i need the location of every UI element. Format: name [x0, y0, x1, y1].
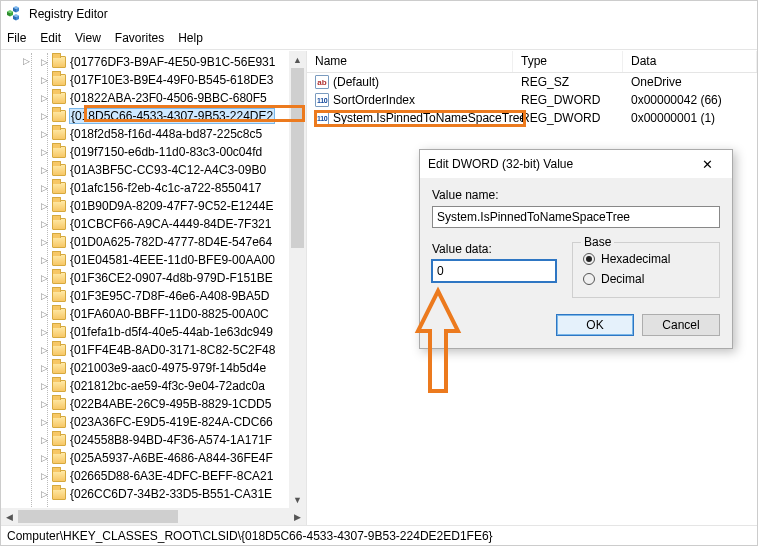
- chevron-right-icon[interactable]: [39, 435, 50, 446]
- chevron-right-icon[interactable]: [39, 57, 50, 68]
- menu-view[interactable]: View: [75, 31, 101, 45]
- tree-item[interactable]: {018f2d58-f16d-448a-bd87-225c8c5: [35, 125, 306, 143]
- tree-guide-line: [31, 53, 32, 525]
- chevron-right-icon[interactable]: [39, 111, 50, 122]
- window-title: Registry Editor: [29, 7, 108, 21]
- tree-item[interactable]: {01B90D9A-8209-47F7-9C52-E1244E: [35, 197, 306, 215]
- menu-edit[interactable]: Edit: [40, 31, 61, 45]
- tree-item[interactable]: {018D5C66-4533-4307-9B53-224DE2: [35, 107, 306, 125]
- chevron-right-icon[interactable]: [39, 399, 50, 410]
- chevron-right-icon[interactable]: [39, 201, 50, 212]
- value-name-field[interactable]: [432, 206, 720, 228]
- tree-item[interactable]: {017F10E3-B9E4-49F0-B545-618DE3: [35, 71, 306, 89]
- chevron-right-icon[interactable]: [39, 129, 50, 140]
- tree-item[interactable]: {01E04581-4EEE-11d0-BFE9-00AA00: [35, 251, 306, 269]
- chevron-right-icon[interactable]: [39, 165, 50, 176]
- scroll-right-arrow-icon[interactable]: ▶: [289, 508, 306, 525]
- chevron-right-icon[interactable]: [39, 291, 50, 302]
- radio-hexadecimal[interactable]: Hexadecimal: [583, 249, 709, 269]
- tree-item[interactable]: {022B4ABE-26C9-495B-8829-1CDD5: [35, 395, 306, 413]
- radio-decimal[interactable]: Decimal: [583, 269, 709, 289]
- scroll-down-arrow-icon[interactable]: ▼: [289, 491, 306, 508]
- chevron-right-icon[interactable]: [39, 75, 50, 86]
- radio-icon: [583, 253, 595, 265]
- tree-item[interactable]: {023A36FC-E9D5-419E-824A-CDC66: [35, 413, 306, 431]
- value-row[interactable]: (Default)REG_SZOneDrive: [307, 73, 757, 91]
- chevron-right-icon[interactable]: [39, 363, 50, 374]
- folder-icon: [52, 308, 66, 320]
- chevron-right-icon[interactable]: [39, 345, 50, 356]
- tree-item[interactable]: {01afc156-f2eb-4c1c-a722-8550417: [35, 179, 306, 197]
- tree-item-label: {01E04581-4EEE-11d0-BFE9-00AA00: [70, 253, 275, 267]
- folder-icon: [52, 380, 66, 392]
- value-icon: [315, 111, 329, 125]
- tree-item[interactable]: {019f7150-e6db-11d0-83c3-00c04fd: [35, 143, 306, 161]
- chevron-right-icon[interactable]: [39, 237, 50, 248]
- tree-item-label: {01F3E95C-7D8F-46e6-A408-9BA5D: [70, 289, 269, 303]
- value-data: 0x00000001 (1): [623, 111, 723, 125]
- title-bar: Registry Editor: [1, 1, 757, 27]
- chevron-right-icon[interactable]: [39, 327, 50, 338]
- tree-ancestor-expander[interactable]: [23, 53, 30, 67]
- tree-vertical-scrollbar[interactable]: ▲ ▼: [289, 51, 306, 508]
- tree-item[interactable]: {01F36CE2-0907-4d8b-979D-F151BE: [35, 269, 306, 287]
- chevron-right-icon[interactable]: [39, 417, 50, 428]
- menu-file[interactable]: File: [7, 31, 26, 45]
- tree-item[interactable]: {01FA60A0-BBFF-11D0-8825-00A0C: [35, 305, 306, 323]
- tree-item[interactable]: {02665D88-6A3E-4DFC-BEFF-8CA21: [35, 467, 306, 485]
- tree-item-label: {01FF4E4B-8AD0-3171-8C82-5C2F48: [70, 343, 275, 357]
- tree-item[interactable]: {01D0A625-782D-4777-8D4E-547e64: [35, 233, 306, 251]
- folder-icon: [52, 452, 66, 464]
- tree-item[interactable]: {01822ABA-23F0-4506-9BBC-680F5: [35, 89, 306, 107]
- value-type: REG_DWORD: [513, 93, 623, 107]
- tree-item[interactable]: {01F3E95C-7D8F-46e6-A408-9BA5D: [35, 287, 306, 305]
- menu-help[interactable]: Help: [178, 31, 203, 45]
- tree-item[interactable]: {01CBCF66-A9CA-4449-84DE-7F321: [35, 215, 306, 233]
- menu-favorites[interactable]: Favorites: [115, 31, 164, 45]
- scroll-thumb[interactable]: [18, 510, 178, 523]
- close-icon[interactable]: ✕: [690, 153, 724, 175]
- value-row[interactable]: SortOrderIndexREG_DWORD0x00000042 (66): [307, 91, 757, 109]
- tree-item[interactable]: {01A3BF5C-CC93-4C12-A4C3-09B0: [35, 161, 306, 179]
- chevron-right-icon[interactable]: [39, 147, 50, 158]
- tree-item[interactable]: {021003e9-aac0-4975-979f-14b5d4e: [35, 359, 306, 377]
- folder-icon: [52, 254, 66, 266]
- value-name: System.IsPinnedToNameSpaceTree: [333, 111, 526, 125]
- tree-item[interactable]: {024558B8-94BD-4F36-A574-1A171F: [35, 431, 306, 449]
- cancel-button[interactable]: Cancel: [642, 314, 720, 336]
- chevron-right-icon[interactable]: [39, 93, 50, 104]
- tree-item[interactable]: {026CC6D7-34B2-33D5-B551-CA31E: [35, 485, 306, 503]
- tree-item[interactable]: {01FF4E4B-8AD0-3171-8C82-5C2F48: [35, 341, 306, 359]
- tree-item[interactable]: {025A5937-A6BE-4686-A844-36FE4F: [35, 449, 306, 467]
- column-header-name[interactable]: Name: [307, 51, 513, 72]
- tree-item[interactable]: {021812bc-ae59-4f3c-9e04-72adc0a: [35, 377, 306, 395]
- scroll-up-arrow-icon[interactable]: ▲: [289, 51, 306, 68]
- chevron-right-icon[interactable]: [39, 453, 50, 464]
- chevron-right-icon[interactable]: [39, 273, 50, 284]
- chevron-right-icon[interactable]: [39, 309, 50, 320]
- chevron-right-icon[interactable]: [39, 255, 50, 266]
- chevron-right-icon[interactable]: [39, 219, 50, 230]
- chevron-right-icon[interactable]: [39, 183, 50, 194]
- column-header-type[interactable]: Type: [513, 51, 623, 72]
- tree-item-label: {01776DF3-B9AF-4E50-9B1C-56E931: [70, 55, 275, 69]
- divider: [1, 49, 757, 50]
- chevron-right-icon[interactable]: [39, 489, 50, 500]
- folder-icon: [52, 362, 66, 374]
- chevron-right-icon[interactable]: [39, 381, 50, 392]
- tree-item[interactable]: {01776DF3-B9AF-4E50-9B1C-56E931: [35, 53, 306, 71]
- tree-item[interactable]: {01fefa1b-d5f4-40e5-44ab-1e63dc949: [35, 323, 306, 341]
- column-header-data[interactable]: Data: [623, 51, 757, 72]
- ok-button[interactable]: OK: [556, 314, 634, 336]
- folder-icon: [52, 92, 66, 104]
- value-icon: [315, 93, 329, 107]
- folder-icon: [52, 488, 66, 500]
- scroll-left-arrow-icon[interactable]: ◀: [1, 508, 18, 525]
- dialog-title-bar[interactable]: Edit DWORD (32-bit) Value ✕: [420, 150, 732, 178]
- value-data-field[interactable]: [432, 260, 556, 282]
- scroll-thumb[interactable]: [291, 68, 304, 248]
- chevron-right-icon[interactable]: [39, 471, 50, 482]
- tree-horizontal-scrollbar[interactable]: ◀ ▶: [1, 508, 306, 525]
- folder-icon: [52, 56, 66, 68]
- value-row[interactable]: System.IsPinnedToNameSpaceTreeREG_DWORD0…: [307, 109, 757, 127]
